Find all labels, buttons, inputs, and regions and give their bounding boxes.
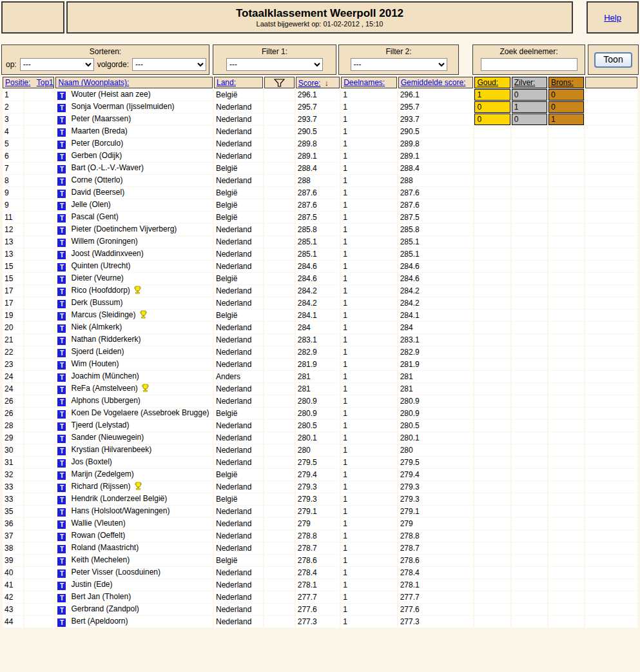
- participant-name: Hendrik (Londerzeel België): [71, 494, 167, 503]
- user-profile-icon[interactable]: T: [57, 422, 66, 431]
- user-profile-icon[interactable]: T: [57, 177, 66, 186]
- user-profile-icon[interactable]: T: [57, 569, 66, 578]
- user-profile-icon[interactable]: T: [57, 288, 66, 296]
- bronze-cell: [548, 604, 584, 615]
- user-profile-icon[interactable]: T: [57, 520, 66, 529]
- sort-deelnames-link[interactable]: Deelnames:: [344, 78, 385, 87]
- user-profile-icon[interactable]: T: [57, 190, 66, 198]
- user-profile-icon[interactable]: T: [57, 471, 66, 480]
- sort-land-link[interactable]: Land:: [217, 78, 236, 87]
- user-profile-icon[interactable]: T: [57, 447, 66, 455]
- gold-cell: [474, 224, 510, 235]
- user-profile-icon[interactable]: T: [57, 300, 66, 308]
- sort-brons-link[interactable]: Brons:: [551, 78, 574, 87]
- average-score-cell: 285.1: [398, 248, 474, 260]
- user-profile-icon[interactable]: T: [57, 202, 66, 210]
- user-profile-icon[interactable]: T: [57, 275, 66, 284]
- spacer-cell: [585, 591, 637, 603]
- user-profile-icon[interactable]: T: [57, 435, 66, 443]
- user-profile-icon[interactable]: T: [57, 361, 66, 370]
- user-profile-icon[interactable]: T: [57, 459, 66, 468]
- score-cell: 281: [296, 383, 340, 395]
- silver-cell: [512, 126, 547, 137]
- user-profile-icon[interactable]: T: [57, 165, 66, 173]
- sort-goud-link[interactable]: Goud:: [477, 78, 498, 87]
- user-profile-icon[interactable]: T: [57, 104, 66, 112]
- gold-cell: [474, 150, 510, 162]
- participations-cell: 1: [341, 493, 397, 505]
- sort-score-link[interactable]: Score:: [298, 79, 321, 88]
- spacer-cell: [585, 518, 637, 529]
- user-profile-icon[interactable]: T: [57, 386, 66, 394]
- user-profile-icon[interactable]: T: [57, 226, 66, 235]
- user-profile-icon[interactable]: T: [57, 337, 66, 345]
- filter1-select[interactable]: ---: [226, 58, 323, 71]
- sort-gemiddelde-link[interactable]: Gemiddelde score:: [401, 78, 466, 87]
- table-row: 36TWallie (Vleuten)Nederland2791279: [3, 518, 637, 529]
- position-cell: 44: [3, 616, 23, 628]
- user-profile-icon[interactable]: T: [57, 141, 66, 149]
- filter-spacer-cell: [264, 371, 294, 382]
- filter-funnel-icon[interactable]: [274, 79, 285, 87]
- help-link[interactable]: Help: [604, 13, 621, 23]
- user-profile-icon[interactable]: T: [57, 398, 66, 406]
- silver-cell: [512, 481, 547, 493]
- average-score-cell: 295.7: [398, 101, 474, 113]
- user-profile-icon[interactable]: T: [57, 214, 66, 222]
- sort-naam-link[interactable]: Naam (Woonplaats):: [58, 78, 129, 87]
- country-cell: België: [214, 273, 263, 284]
- user-profile-icon[interactable]: T: [57, 92, 66, 100]
- sort-op-select[interactable]: ---: [20, 58, 94, 71]
- show-button[interactable]: Toon: [594, 52, 632, 68]
- user-profile-icon[interactable]: T: [57, 251, 66, 259]
- filter2-select[interactable]: ---: [351, 58, 447, 71]
- spacer-cell: [585, 236, 637, 248]
- spacer-cell: [585, 481, 637, 493]
- position-cell: 42: [3, 591, 23, 603]
- user-profile-icon[interactable]: T: [57, 153, 66, 161]
- user-profile-icon[interactable]: T: [57, 618, 66, 627]
- name-cell: TJoost (Waddinxveen): [55, 248, 213, 260]
- top10-link[interactable]: Top10: [37, 78, 55, 87]
- gold-cell: [474, 555, 510, 566]
- top10-cell: [24, 395, 54, 407]
- user-profile-icon[interactable]: T: [57, 349, 66, 357]
- user-profile-icon[interactable]: T: [57, 324, 66, 333]
- leaderboard-body: 1TWouter (Heist aan zee)België296.11296.…: [3, 89, 637, 628]
- position-cell: 8: [3, 175, 23, 186]
- sort-positie-link[interactable]: Positie:: [5, 78, 30, 87]
- name-cell: TJoachim (München): [55, 371, 213, 382]
- user-profile-icon[interactable]: T: [57, 594, 66, 602]
- user-profile-icon[interactable]: T: [57, 545, 66, 553]
- participant-name: Pascal (Gent): [71, 212, 118, 221]
- user-profile-icon[interactable]: T: [57, 557, 66, 566]
- sort-zilver-link[interactable]: Zilver:: [514, 78, 536, 87]
- user-profile-icon[interactable]: T: [57, 116, 66, 124]
- participant-name: Jos (Boxtel): [71, 457, 112, 466]
- user-profile-icon[interactable]: T: [57, 263, 66, 272]
- silver-cell: [512, 175, 547, 186]
- table-row: 1TWouter (Heist aan zee)België296.11296.…: [3, 89, 637, 101]
- user-profile-icon[interactable]: T: [57, 484, 66, 492]
- user-profile-icon[interactable]: T: [57, 582, 66, 590]
- gold-cell: [474, 273, 510, 284]
- user-profile-icon[interactable]: T: [57, 128, 66, 137]
- bronze-cell: [548, 199, 584, 211]
- search-input[interactable]: [481, 58, 577, 71]
- spacer-cell: [585, 432, 637, 444]
- user-profile-icon[interactable]: T: [57, 496, 66, 504]
- user-profile-icon[interactable]: T: [57, 533, 66, 541]
- user-profile-icon[interactable]: T: [57, 373, 66, 382]
- filter-spacer-cell: [264, 187, 294, 199]
- sort-order-select[interactable]: ---: [132, 58, 206, 71]
- user-profile-icon[interactable]: T: [57, 508, 66, 517]
- user-profile-icon[interactable]: T: [57, 239, 66, 247]
- top10-cell: [24, 285, 54, 297]
- page-title: Totaalklassement Weerpoll 2012: [236, 7, 403, 19]
- participations-cell: 1: [341, 150, 397, 162]
- bronze-cell: [548, 432, 584, 444]
- user-profile-icon[interactable]: T: [57, 606, 66, 615]
- user-profile-icon[interactable]: T: [57, 410, 66, 419]
- user-profile-icon[interactable]: T: [57, 312, 66, 321]
- filter-spacer-cell: [264, 346, 294, 358]
